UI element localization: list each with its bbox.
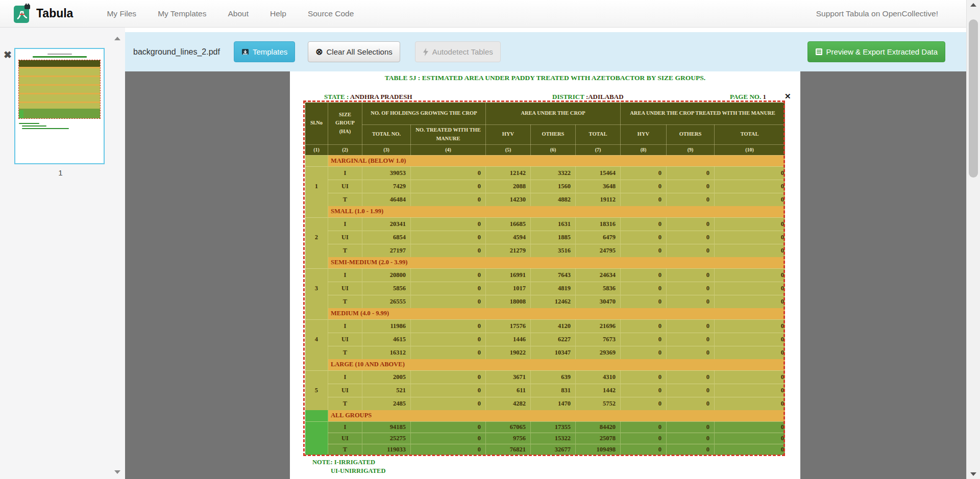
thumb-title-line (47, 54, 72, 55)
nav-item-help[interactable]: Help (270, 9, 286, 18)
state-label: STATE : (324, 93, 349, 100)
pageno-label: PAGE NO. (730, 93, 761, 100)
nav-item-my-files[interactable]: My Files (107, 9, 136, 18)
templates-button-label: Templates (253, 47, 287, 56)
current-filename: background_lines_2.pdf (133, 47, 220, 57)
export-button-label: Preview & Export Extracted Data (826, 47, 938, 56)
sidebar-scroll-up-icon[interactable] (114, 37, 120, 40)
thumb-table-body (19, 67, 100, 109)
thumb-table-footer (19, 109, 100, 118)
brand-name[interactable]: Tabula (36, 7, 73, 20)
nav-menu: My FilesMy TemplatesAboutHelpSource Code (107, 9, 354, 18)
thumb-note-line (19, 123, 39, 124)
district-label: DISTRICT (552, 93, 584, 100)
district-line: DISTRICT :ADILABAD (552, 93, 624, 101)
scroll-up-icon[interactable] (970, 3, 976, 7)
note-line-2: UI-UNIRRIGATED (331, 467, 385, 475)
autodetect-tables-button[interactable]: Autodetect Tables (415, 41, 501, 62)
support-link[interactable]: Support Tabula on OpenCollective! (816, 9, 938, 18)
nav-item-my-templates[interactable]: My Templates (158, 9, 206, 18)
clear-all-selections-button[interactable]: ⊗ Clear All Selections (308, 41, 400, 62)
nav-item-about[interactable]: About (228, 9, 249, 18)
nav-item-source-code[interactable]: Source Code (308, 9, 354, 18)
lightning-icon (423, 48, 429, 56)
table-title: TABLE 5J : ESTIMATED AREA UNDER PADDY TR… (290, 74, 800, 82)
pageno-value: 1 (761, 93, 766, 100)
clear-icon: ⊗ (315, 47, 323, 56)
templates-button[interactable]: Templates (234, 41, 295, 62)
state-value: ANDHRA PRADESH (349, 93, 412, 100)
remove-selection-icon[interactable]: ✕ (785, 92, 791, 101)
thumb-table-header (19, 60, 100, 67)
page-number-label: 1 (14, 168, 107, 177)
delete-page-icon[interactable]: ✖ (4, 50, 12, 60)
main-pane: background_lines_2.pdf Templates ⊗ Clear… (125, 28, 966, 479)
thumb-table (18, 60, 101, 119)
export-table-icon (815, 48, 823, 56)
autodetect-button-label: Autodetect Tables (432, 47, 493, 56)
table-selection-box[interactable] (303, 100, 785, 456)
tabula-logo-icon[interactable] (13, 4, 32, 24)
note-line-1: NOTE: I-IRRIGATED (312, 459, 375, 466)
templates-icon (241, 48, 249, 56)
scrollbar-thumb[interactable] (969, 19, 978, 178)
thumb-note-line (22, 125, 46, 127)
scroll-down-icon[interactable] (970, 472, 976, 476)
top-navbar: Tabula My FilesMy TemplatesAboutHelpSour… (0, 0, 966, 28)
thumb-note-line (22, 128, 69, 129)
state-line: STATE : ANDHRA PRADESH (324, 93, 412, 101)
window-scrollbar[interactable] (966, 0, 980, 479)
file-toolbar: background_lines_2.pdf Templates ⊗ Clear… (125, 32, 966, 71)
thumb-subtitle-line (33, 56, 87, 58)
preview-export-button[interactable]: Preview & Export Extracted Data (807, 41, 945, 62)
sidebar-scroll-down-icon[interactable] (114, 470, 120, 474)
pdf-page[interactable]: TABLE 5J : ESTIMATED AREA UNDER PADDY TR… (290, 71, 800, 479)
pages-sidebar: ✖ 1 (0, 28, 125, 479)
pageno-line: PAGE NO. 1 (730, 93, 766, 101)
pdf-viewer: TABLE 5J : ESTIMATED AREA UNDER PADDY TR… (125, 71, 966, 479)
page-thumbnail[interactable] (14, 48, 105, 164)
district-value: :ADILABAD (584, 93, 624, 100)
clear-button-label: Clear All Selections (327, 47, 393, 56)
